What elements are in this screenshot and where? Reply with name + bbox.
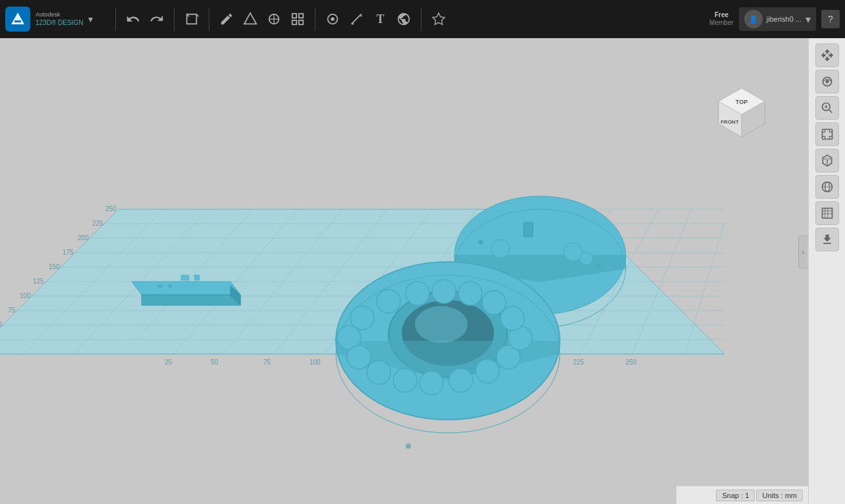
svg-rect-13 [299,20,303,24]
svg-point-100 [393,368,417,392]
toolbar: Autodesk 123D® DESIGN ▾ T [0,0,845,38]
svg-point-99 [367,361,391,384]
svg-rect-76 [181,275,189,280]
svg-point-102 [449,368,473,392]
svg-rect-126 [822,209,832,218]
svg-text:50: 50 [211,359,219,366]
svg-marker-121 [823,155,831,161]
svg-point-107 [482,291,506,315]
svg-text:250: 250 [626,359,637,366]
svg-point-103 [476,359,499,383]
svg-point-83 [491,239,510,258]
grid-svg: 250 225 200 175 150 125 100 75 50 25 25 … [0,38,808,504]
app-logo [5,7,30,32]
new-body-button[interactable] [181,9,202,30]
separator-1 [115,7,116,31]
svg-text:225: 225 [92,220,103,227]
subscription-info: Free Member [709,11,734,27]
svg-point-110 [406,282,429,305]
svg-point-85 [580,252,593,265]
svg-point-112 [406,443,411,449]
svg-line-16 [352,14,362,24]
svg-rect-2 [14,20,21,22]
separator-3 [209,7,209,31]
fit-button[interactable] [815,122,839,146]
svg-text:250: 250 [105,205,117,213]
separator-4 [315,7,315,31]
sketch-button[interactable] [216,9,237,30]
svg-rect-79 [168,285,172,288]
svg-text:175: 175 [63,249,74,256]
construct-button[interactable] [240,9,261,30]
statusbar: Snap : 1 Units : mm [676,486,808,504]
svg-text:75: 75 [263,359,271,366]
community-button[interactable] [393,9,414,30]
svg-rect-12 [292,20,296,24]
separator-2 [174,7,175,31]
measure-button[interactable] [346,9,367,30]
svg-text:100: 100 [20,292,31,299]
svg-rect-78 [158,285,162,288]
user-menu[interactable]: 👤 jiberish0 ... ▾ [739,7,816,31]
svg-rect-10 [292,14,296,18]
ball-bearing [336,262,560,433]
group-button[interactable] [322,9,343,30]
svg-marker-6 [244,13,256,24]
app-dropdown[interactable]: ▾ [88,14,93,24]
user-dropdown-icon: ▾ [805,13,811,26]
nav-cube[interactable]: TOP FRONT [712,83,771,145]
svg-point-96 [350,306,374,330]
svg-rect-77 [194,275,200,280]
modify-button[interactable] [263,9,285,30]
svg-text:100: 100 [310,359,321,366]
svg-point-106 [501,307,524,330]
shading-button[interactable] [815,201,839,225]
svg-text:75: 75 [8,307,16,314]
logo-area: Autodesk 123D® DESIGN ▾ [5,7,103,32]
export-button[interactable] [815,228,839,251]
svg-text:TOP: TOP [736,99,748,105]
svg-point-87 [478,239,483,245]
cube-view-button[interactable] [815,149,839,172]
perspective-button[interactable] [815,175,839,199]
collapse-panel-button[interactable]: › [798,236,807,268]
username: jiberish0 ... [767,15,802,23]
svg-point-88 [597,263,602,268]
svg-point-95 [377,290,400,313]
zoom-button[interactable] [815,96,839,120]
svg-rect-11 [299,14,303,18]
main-area: TOP FRONT [0,38,845,504]
svg-text:25: 25 [165,359,173,366]
svg-marker-73 [132,282,240,295]
separator-5 [421,7,422,31]
text-button[interactable]: T [369,9,391,30]
pan-button[interactable] [815,43,839,67]
app-name: Autodesk 123D® DESIGN [36,11,83,28]
right-panel [808,38,845,504]
svg-text:FRONT: FRONT [721,119,739,125]
svg-marker-74 [142,295,240,305]
svg-point-114 [825,80,829,84]
avatar: 👤 [744,10,763,28]
svg-rect-86 [524,222,533,237]
svg-text:225: 225 [573,359,584,366]
help-button[interactable]: ? [821,10,840,28]
svg-text:50: 50 [0,321,3,328]
snap-control[interactable]: Snap : 1 [716,490,755,501]
undo-button[interactable] [123,9,144,30]
right-toolbar: Free Member 👤 jiberish0 ... ▾ ? [709,7,840,31]
pattern-button[interactable] [287,9,308,30]
svg-point-101 [420,371,443,395]
material-button[interactable] [428,9,449,30]
redo-button[interactable] [146,9,167,30]
svg-point-15 [331,17,335,21]
svg-point-98 [347,345,371,369]
svg-point-111 [415,306,468,343]
viewport[interactable]: TOP FRONT [0,38,808,504]
svg-point-108 [458,282,482,305]
svg-point-109 [432,280,456,303]
orbit-button[interactable] [815,70,839,93]
svg-marker-19 [433,13,445,24]
svg-text:125: 125 [33,278,44,285]
units-control[interactable]: Units : mm [756,490,803,501]
